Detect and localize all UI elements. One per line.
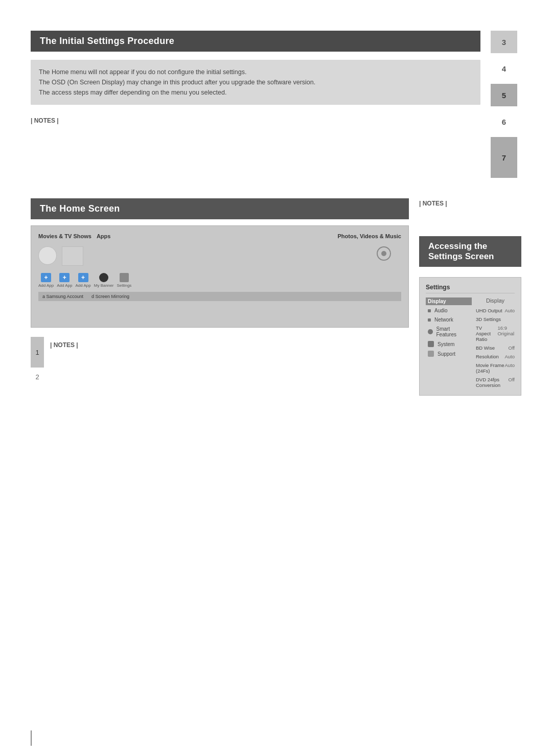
accessing-settings-title: Accessing the Settings Screen <box>419 236 521 267</box>
settings-detail: Display UHD Output Auto 3D Settings TV A… <box>476 297 515 389</box>
my-banner-dot <box>99 273 108 282</box>
menu-audio[interactable]: Audio <box>426 307 472 314</box>
home-screen-tabs: Movies & TV Shows Apps Photos, Videos & … <box>38 233 401 239</box>
settings-label: Settings <box>117 283 131 288</box>
home-notes-area: 1 2 | NOTES | <box>31 337 409 386</box>
home-screen-mockup: Movies & TV Shows Apps Photos, Videos & … <box>31 225 409 328</box>
detail-row-1: 3D Settings <box>476 315 515 323</box>
add-app-btn-1[interactable]: + <box>41 273 51 282</box>
home-screen-right: | NOTES | Accessing the Settings Screen … <box>419 198 521 396</box>
home-screen-title: The Home Screen <box>31 198 409 219</box>
home-footer-bar: a Samsung Account d Screen Mirroring <box>38 292 401 301</box>
support-icon <box>428 351 434 357</box>
detail-row-3: BD Wise Off <box>476 344 515 352</box>
home-target-inner <box>381 251 386 256</box>
menu-support[interactable]: Support <box>426 350 472 358</box>
number-3: 3 <box>491 31 517 53</box>
side-num-1: 1 <box>31 337 44 368</box>
number-7: 7 <box>491 137 517 178</box>
initial-settings-notes-box: The Home menu will not appear if you do … <box>31 60 480 105</box>
menu-system[interactable]: System <box>426 340 472 348</box>
settings-screen-title: Settings <box>426 284 515 293</box>
home-bottom-bar: + Add App + Add App + Add App My Banner <box>38 273 401 288</box>
detail-row-5: Movie Frame (24Fs) Auto <box>476 361 515 375</box>
settings-detail-title: Display <box>476 297 515 304</box>
vertical-line <box>31 730 32 746</box>
home-screen-section: The Home Screen Movies & TV Shows Apps P… <box>31 198 521 396</box>
number-4: 4 <box>491 53 517 84</box>
home-notes-label: | NOTES | <box>50 337 78 349</box>
initial-settings-notes-label: | NOTES | <box>31 117 480 124</box>
home-side-numbers: 1 2 <box>31 337 46 386</box>
settings-menu: Display Audio Network Smart Feature <box>426 297 472 389</box>
my-banner-label: My Banner <box>94 283 114 288</box>
add-app-btn-3[interactable]: + <box>78 273 88 282</box>
smart-features-icon <box>428 329 433 334</box>
home-screen-left: The Home Screen Movies & TV Shows Apps P… <box>31 198 409 396</box>
samsung-account-label: a Samsung Account <box>42 294 83 299</box>
settings-icon <box>120 273 129 282</box>
home-target-icon <box>377 246 391 261</box>
add-app-label-3: Add App <box>76 283 91 288</box>
add-app-btn-2[interactable]: + <box>59 273 70 282</box>
detail-row-0: UHD Output Auto <box>476 307 515 314</box>
add-app-label-2: Add App <box>57 283 72 288</box>
tab-movies: Movies & TV Shows <box>38 233 91 239</box>
home-square-icon <box>62 246 83 266</box>
initial-settings-notes-text: The Home menu will not appear if you do … <box>39 68 315 96</box>
settings-layout: Display Audio Network Smart Feature <box>426 297 515 389</box>
side-num-2: 2 <box>31 368 44 386</box>
home-screen-content <box>38 243 401 269</box>
screen-mirroring-label: d Screen Mirroring <box>91 294 129 299</box>
system-icon <box>428 341 434 347</box>
home-circle-icon <box>38 246 57 265</box>
number-5: 5 <box>491 84 517 106</box>
detail-row-4: Resolution Auto <box>476 353 515 360</box>
add-app-label-1: Add App <box>38 283 54 288</box>
initial-settings-left: The Initial Settings Procedure The Home … <box>31 31 480 178</box>
menu-display[interactable]: Display <box>426 297 472 305</box>
menu-smart-features[interactable]: Smart Features <box>426 325 472 338</box>
number-6: 6 <box>491 106 517 137</box>
detail-row-2: TV Aspect Ratio 16:9 Original <box>476 324 515 343</box>
initial-settings-title: The Initial Settings Procedure <box>31 31 480 52</box>
tab-apps: Apps <box>97 233 111 239</box>
settings-screen-mockup: Settings Display Audio Network <box>419 277 521 396</box>
menu-network[interactable]: Network <box>426 316 472 324</box>
initial-settings-numbers: 3 4 5 6 7 <box>491 31 521 178</box>
home-right-notes: | NOTES | <box>419 198 521 208</box>
initial-settings-section: The Initial Settings Procedure The Home … <box>31 31 521 178</box>
detail-row-6: DVD 24fps Conversion Off <box>476 376 515 389</box>
page-container: The Initial Settings Procedure The Home … <box>0 0 552 756</box>
tab-photos: Photos, Videos & Music <box>338 233 402 239</box>
